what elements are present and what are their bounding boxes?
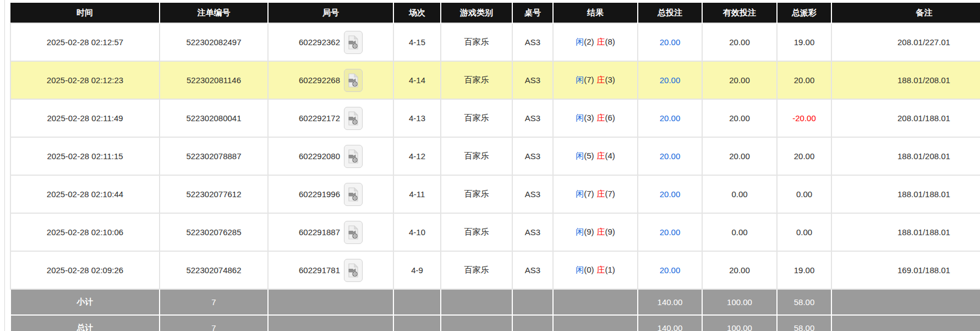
- banker-result-score: (7): [605, 189, 615, 198]
- cell-session: 4-9: [393, 251, 441, 289]
- round-number: 602291781: [299, 265, 340, 275]
- cell-session: 4-15: [393, 23, 441, 61]
- cell-time: 2025-02-28 02:09:26: [10, 251, 160, 289]
- cell-table-no: AS3: [512, 99, 553, 137]
- cell-game-type: 百家乐: [441, 61, 512, 99]
- bet-records-table: 时间 注单编号 局号 场次 游戏类别 桌号 结果 总投注 有效投注 总派彩 备注…: [10, 3, 980, 331]
- banker-result-label: 庄: [597, 265, 605, 274]
- cell-valid-bet: 20.00: [702, 23, 777, 61]
- col-header-session: 场次: [393, 3, 441, 23]
- cell-payout: 20.00: [777, 61, 831, 99]
- total-total-bet: 140.00: [638, 315, 702, 331]
- player-result-label: 闲: [576, 75, 584, 84]
- cell-session: 4-11: [393, 175, 441, 213]
- cell-remark: 169.01/188.01: [831, 251, 980, 289]
- cell-remark: 188.01/188.01: [831, 175, 980, 213]
- cell-round-no: 602292172: [268, 99, 393, 137]
- cell-bet-no: 522302082497: [160, 23, 268, 61]
- cell-bet-no: 522302074862: [160, 251, 268, 289]
- banker-result-label: 庄: [597, 113, 605, 122]
- subtotal-empty-cell: [441, 289, 512, 315]
- video-replay-button[interactable]: [344, 259, 363, 282]
- banker-result-score: (6): [605, 113, 615, 122]
- video-replay-icon: [347, 187, 359, 202]
- cell-total-bet[interactable]: 20.00: [638, 61, 702, 99]
- cell-result: 闲(0)庄(1): [553, 251, 638, 289]
- banker-result-score: (3): [605, 75, 615, 84]
- table-body: 2025-02-28 02:12:57 522302082497 6022923…: [10, 23, 980, 289]
- subtotal-empty-cell: [393, 289, 441, 315]
- table-row[interactable]: 2025-02-28 02:11:49 522302080041 6022921…: [10, 99, 980, 137]
- table-row[interactable]: 2025-02-28 02:12:57 522302082497 6022923…: [10, 23, 980, 61]
- subtotal-valid-bet: 100.00: [702, 289, 777, 315]
- video-replay-button[interactable]: [344, 183, 363, 206]
- total-row: 总计 7 140.00 100.00 58.00: [10, 315, 980, 331]
- video-replay-icon: [347, 149, 359, 164]
- round-number: 602292268: [299, 75, 340, 85]
- total-empty-cell: [268, 315, 393, 331]
- banker-result-label: 庄: [597, 75, 605, 84]
- cell-time: 2025-02-28 02:11:15: [10, 137, 160, 175]
- cell-payout: 0.00: [777, 213, 831, 251]
- cell-session: 4-10: [393, 213, 441, 251]
- cell-valid-bet: 20.00: [702, 251, 777, 289]
- subtotal-empty-cell: [831, 289, 980, 315]
- banker-result-score: (8): [605, 37, 615, 46]
- cell-round-no: 602292268: [268, 61, 393, 99]
- video-replay-button[interactable]: [344, 145, 363, 168]
- table-row[interactable]: 2025-02-28 02:11:15 522302078887 6022920…: [10, 137, 980, 175]
- banker-result-label: 庄: [597, 227, 605, 236]
- table-row[interactable]: 2025-02-28 02:10:44 522302077612 6022919…: [10, 175, 980, 213]
- cell-valid-bet: 20.00: [702, 61, 777, 99]
- table-row[interactable]: 2025-02-28 02:12:23 522302081146 6022922…: [10, 61, 980, 99]
- video-replay-button[interactable]: [344, 107, 363, 130]
- total-empty-cell: [393, 315, 441, 331]
- total-label: 总计: [10, 315, 160, 331]
- cell-total-bet[interactable]: 20.00: [638, 213, 702, 251]
- col-header-valid-bet: 有效投注: [702, 3, 777, 23]
- cell-game-type: 百家乐: [441, 175, 512, 213]
- cell-bet-no: 522302078887: [160, 137, 268, 175]
- subtotal-count: 7: [160, 289, 268, 315]
- player-result-score: (2): [584, 37, 594, 46]
- cell-round-no: 602291781: [268, 251, 393, 289]
- round-number: 602291996: [299, 189, 340, 199]
- cell-table-no: AS3: [512, 175, 553, 213]
- round-number: 602292172: [299, 113, 340, 123]
- round-number: 602292362: [299, 37, 340, 47]
- cell-time: 2025-02-28 02:12:23: [10, 61, 160, 99]
- cell-remark: 188.01/208.01: [831, 137, 980, 175]
- col-header-payout: 总派彩: [777, 3, 831, 23]
- cell-time: 2025-02-28 02:10:06: [10, 213, 160, 251]
- player-result-label: 闲: [576, 265, 584, 274]
- cell-game-type: 百家乐: [441, 251, 512, 289]
- col-header-total-bet: 总投注: [638, 3, 702, 23]
- total-empty-cell: [553, 315, 638, 331]
- subtotal-row: 小计 7 140.00 100.00 58.00: [10, 289, 980, 315]
- cell-total-bet[interactable]: 20.00: [638, 175, 702, 213]
- player-result-label: 闲: [576, 151, 584, 160]
- col-header-bet-no: 注单编号: [160, 3, 268, 23]
- table-row[interactable]: 2025-02-28 02:09:26 522302074862 6022917…: [10, 251, 980, 289]
- subtotal-empty-cell: [553, 289, 638, 315]
- video-replay-button[interactable]: [344, 69, 363, 92]
- table-row[interactable]: 2025-02-28 02:10:06 522302076285 6022918…: [10, 213, 980, 251]
- video-replay-button[interactable]: [344, 221, 363, 244]
- cell-total-bet[interactable]: 20.00: [638, 99, 702, 137]
- cell-total-bet[interactable]: 20.00: [638, 137, 702, 175]
- total-empty-cell: [441, 315, 512, 331]
- cell-bet-no: 522302077612: [160, 175, 268, 213]
- cell-total-bet[interactable]: 20.00: [638, 251, 702, 289]
- cell-game-type: 百家乐: [441, 137, 512, 175]
- cell-time: 2025-02-28 02:12:57: [10, 23, 160, 61]
- cell-round-no: 602292080: [268, 137, 393, 175]
- cell-game-type: 百家乐: [441, 213, 512, 251]
- cell-result: 闲(7)庄(3): [553, 61, 638, 99]
- cell-total-bet[interactable]: 20.00: [638, 23, 702, 61]
- player-result-score: (0): [584, 265, 594, 274]
- cell-payout: 19.00: [777, 251, 831, 289]
- video-replay-button[interactable]: [344, 31, 363, 54]
- banker-result-label: 庄: [597, 37, 605, 46]
- cell-bet-no: 522302080041: [160, 99, 268, 137]
- cell-session: 4-13: [393, 99, 441, 137]
